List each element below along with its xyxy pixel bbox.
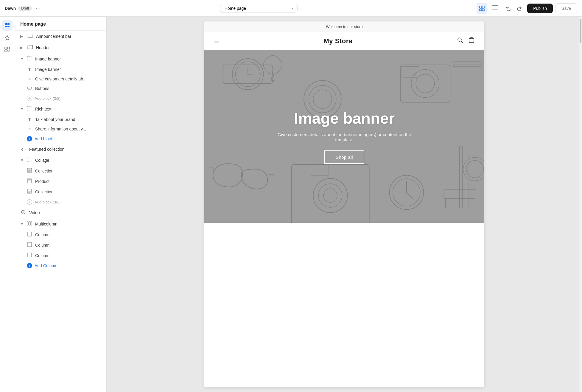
sidebar-item-talk-about[interactable]: T Talk about your brand [14,114,106,124]
pin-icon [4,35,10,41]
desktop-icon [492,5,498,11]
add-block-rich-text[interactable]: + Add block [14,134,106,144]
add-block-collage[interactable]: + Add block (3/3) [14,197,106,207]
buttons-label: Buttons [35,86,49,91]
search-icon[interactable] [457,37,463,45]
column-2-icon [27,242,32,248]
sidebar-item-header[interactable]: ▶ Header [14,42,106,53]
plus-blue-icon: + [27,136,32,141]
sidebar-item-announcement-bar[interactable]: ▶ Announcement bar [14,31,106,42]
image-banner-section-label: Image banner [35,57,61,61]
page-selector[interactable]: Home page ▾ [220,4,298,13]
undo-redo-group [503,3,525,14]
collapse-icon-rich-text: ▼ [20,107,24,111]
share-info-icon: ≡ [27,127,32,131]
redo-button[interactable] [514,3,525,14]
topbar: Dawn Draft ⋯ Home page ▾ [0,0,582,17]
right-scrollbar [579,17,582,392]
sidebar-item-collection-2[interactable]: Collection [14,186,106,197]
rich-text-label: Rich text [35,107,51,111]
svg-rect-18 [27,158,32,161]
sidebar-item-collage[interactable]: ▼ Collage [14,155,106,166]
svg-marker-23 [23,211,24,213]
image-banner-block-label: Image banner [35,67,61,72]
expand-icon: ▶ [20,34,23,38]
talk-about-icon: T [27,117,32,122]
collection-2-icon [27,189,32,195]
text-lines-icon: ≡ [27,77,32,81]
video-icon [20,210,26,215]
sidebar-item-column-2[interactable]: Column [14,240,106,250]
svg-rect-15 [27,57,32,60]
add-column-label: Add Column [35,263,57,268]
sidebar-sections-button[interactable] [2,32,13,43]
sidebar-blocks-button[interactable] [2,44,13,55]
banner-section: Image banner Give customers details abou… [204,50,484,223]
sidebar-item-video[interactable]: Video [14,207,106,218]
topbar-left: Dawn Draft ⋯ [5,5,41,12]
sidebar-item-rich-text[interactable]: ▼ Rich text [14,103,106,114]
sidebar-item-product-1[interactable]: Product [14,176,106,186]
topbar-center: Home page ▾ [44,4,473,13]
undo-button[interactable] [503,3,513,14]
header-icon [27,45,33,50]
svg-rect-29 [27,253,32,257]
sidebar-item-share-info[interactable]: ≡ Share information about y... [14,124,106,134]
sidebar-item-column-3[interactable]: Column [14,250,106,261]
sidebar-item-image-banner-block[interactable]: T Image banner [14,64,106,74]
svg-rect-2 [480,9,482,11]
sidebar-item-column-1[interactable]: Column [14,229,106,240]
sidebar-item-image-banner[interactable]: ▼ Image banner [14,53,106,64]
svg-rect-9 [5,47,7,49]
add-block-icon [4,46,10,52]
cart-icon[interactable] [468,37,475,45]
store-menu-icon[interactable]: ☰ [214,38,219,45]
announcement-bar-label: Announcement bar [36,34,71,39]
svg-rect-5 [5,23,7,25]
svg-rect-14 [28,45,32,49]
svg-rect-17 [27,107,32,110]
preview-frame: Welcome to our store ☰ My Store [204,21,484,387]
rich-text-section-icon [27,106,32,111]
svg-rect-27 [27,232,32,236]
add-column-multicolumn[interactable]: + Add Column [14,261,106,271]
svg-rect-7 [5,26,7,27]
select-tool-button[interactable] [477,3,487,14]
theme-name: Dawn [5,6,16,11]
sidebar-item-multicolumn[interactable]: ▼ Multicolumn [14,218,106,229]
preview-area: Welcome to our store ☰ My Store [107,17,582,392]
give-customers-label: Give customers details ab... [35,77,87,81]
redo-icon [517,6,522,11]
header-label: Header [36,45,50,50]
panel-title: Home page [14,17,106,31]
publish-button[interactable]: Publish [527,4,553,13]
multicolumn-section-icon [27,221,32,226]
desktop-preview-button[interactable] [490,3,500,14]
sidebar-item-featured-collection[interactable]: 🏷 Featured collection [14,144,106,155]
more-menu-button[interactable]: ⋯ [35,5,41,12]
video-label: Video [29,210,40,215]
collage-section-icon [27,158,32,163]
image-banner-section-icon [27,56,32,61]
featured-collection-icon: 🏷 [20,147,26,152]
collection-1-icon [27,168,32,174]
sidebar-item-give-customers[interactable]: ≡ Give customers details ab... [14,74,106,84]
banner-content: Image banner Give customers details abou… [266,97,423,176]
save-button[interactable]: Save [555,3,577,13]
column-1-label: Column [35,232,49,237]
add-block-image-banner-label: Add block (3/3) [35,96,60,101]
plus-icon: + [27,96,32,101]
add-block-image-banner[interactable]: + Add block (3/3) [14,93,106,103]
product-1-icon [27,178,32,184]
svg-rect-26 [31,222,32,225]
sidebar-pages-button[interactable] [2,20,13,31]
sidebar-item-buttons[interactable]: Buttons [14,84,106,93]
column-3-label: Column [35,253,49,258]
shop-all-button[interactable]: Shop all [324,150,364,164]
plus-multicolumn-icon: + [27,263,32,268]
sidebar-item-collection-1[interactable]: Collection [14,166,106,176]
collection-1-label: Collection [35,169,53,173]
svg-rect-3 [482,9,484,11]
product-1-label: Product [35,179,49,184]
chevron-down-icon: ▾ [291,6,293,10]
